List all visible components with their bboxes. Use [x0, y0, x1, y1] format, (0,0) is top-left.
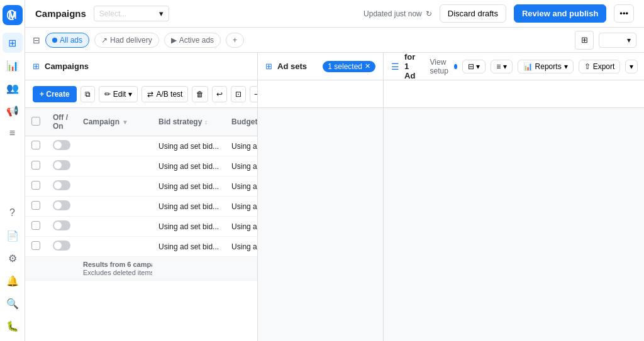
row-toggle[interactable]: [47, 136, 77, 156]
filter-bar: ⊟ All ads ↗ Had delivery ▶ Active ads + …: [25, 28, 644, 53]
budget-label: Budget: [231, 117, 257, 126]
ads-panel-icon: ☰: [391, 62, 399, 72]
review-publish-button[interactable]: Review and publish: [514, 4, 606, 23]
campaigns-panel-title: Campaigns: [45, 62, 89, 71]
row-checkbox[interactable]: [25, 176, 47, 197]
create-button[interactable]: + Create: [33, 86, 77, 102]
view-dropdown[interactable]: ▾: [599, 33, 636, 48]
active-ads-filter[interactable]: ▶ Active ads: [164, 33, 221, 48]
sidebar-icon-chart[interactable]: 📊: [3, 55, 23, 75]
row-toggle[interactable]: [47, 237, 77, 257]
badge-text: 1 selected: [328, 62, 362, 71]
chevron-down-icon-2: ▾: [627, 36, 631, 45]
edit-button[interactable]: ✏ Edit ▾: [99, 86, 138, 102]
summary-label: Results from 6 campaigns ℹ Excludes dele…: [77, 257, 152, 281]
sidebar-icon-layers[interactable]: ≡: [3, 123, 23, 143]
bid-strategy-header[interactable]: Bid strategy ↕: [152, 108, 225, 136]
row-bid-strategy: Using ad set bid...: [152, 136, 225, 156]
ab-icon: ⇄: [147, 90, 153, 99]
edit-icon: ✏: [104, 90, 111, 99]
checkbox-header[interactable]: [25, 108, 47, 136]
sidebar-icon-search[interactable]: 🔍: [3, 293, 23, 313]
campaigns-table-container[interactable]: Off /On Campaign ▼ Bid strategy: [25, 108, 257, 341]
sidebar-icon-bell[interactable]: 🔔: [3, 271, 23, 291]
move-button[interactable]: ⇥: [250, 86, 258, 102]
ads-table-container[interactable]: [384, 108, 644, 341]
had-delivery-icon: ↗: [101, 36, 108, 45]
table-row[interactable]: Using ad set bid... Using ad set bu... 7…: [25, 237, 257, 257]
sidebar-icon-file[interactable]: 📄: [3, 225, 23, 246]
table-row[interactable]: Using ad set bid... Using ad set bu... 7…: [25, 197, 257, 217]
all-ads-filter[interactable]: All ads: [45, 33, 89, 48]
campaigns-panel: ⊞ Campaigns + Create ⧉ ✏ Edit ▾ ⇄ A/B te…: [25, 53, 258, 341]
content-area: ⊞ Campaigns + Create ⧉ ✏ Edit ▾ ⇄ A/B te…: [25, 53, 644, 341]
export-more-button[interactable]: ▾: [625, 60, 638, 73]
update-status: Updated just now ↻: [364, 9, 432, 18]
row-budget: Using ad set bu...: [225, 237, 257, 257]
edit-label: Edit: [113, 90, 126, 99]
ab-test-button[interactable]: ⇄ A/B test: [142, 86, 188, 102]
adsets-panel: ⊞ Ad sets 1 selected ✕: [258, 53, 384, 341]
duplicate-button[interactable]: ⧉: [80, 86, 95, 102]
more-options-button[interactable]: •••: [614, 4, 634, 23]
sidebar-icon-grid[interactable]: ⊞: [3, 33, 23, 53]
row-checkbox[interactable]: [25, 217, 47, 237]
row-toggle[interactable]: [47, 176, 77, 197]
row-checkbox[interactable]: [25, 136, 47, 156]
column-settings-button[interactable]: ⊞: [575, 31, 594, 50]
campaign-col-label: Campaign: [83, 117, 119, 126]
sidebar-icon-question[interactable]: ?: [3, 203, 23, 223]
row-layout-button[interactable]: ≡ ▾: [491, 60, 512, 73]
bid-strategy-label: Bid strategy: [158, 117, 202, 126]
archive-button[interactable]: ⊡: [231, 86, 246, 102]
row-toggle[interactable]: [47, 156, 77, 176]
page-title: Campaigns: [35, 8, 86, 19]
export-button[interactable]: ⇧ Export: [579, 60, 621, 73]
sidebar-icon-megaphone[interactable]: 📢: [3, 100, 23, 121]
view-setup-control[interactable]: View setup: [430, 58, 457, 75]
row-checkbox[interactable]: [25, 197, 47, 217]
meta-logo[interactable]: M: [3, 5, 23, 25]
active-ads-icon: ▶: [171, 36, 177, 45]
summary-budget: [225, 257, 257, 281]
sidebar-icon-users[interactable]: 👥: [3, 78, 23, 98]
dropdown-label: Select...: [99, 9, 126, 18]
column-layout-button[interactable]: ⊟ ▾: [462, 60, 486, 73]
row-budget: Using ad set bu...: [225, 217, 257, 237]
delete-button[interactable]: 🗑: [192, 86, 208, 102]
table-row[interactable]: Using ad set bid... Using ad set bu... 7…: [25, 156, 257, 176]
table-row[interactable]: Using ad set bid... Using ad set bu... 7…: [25, 136, 257, 156]
chevron-down-icon: ▾: [159, 9, 164, 18]
sidebar-icon-gear[interactable]: ⚙: [3, 248, 23, 268]
add-filter-button[interactable]: +: [226, 33, 244, 48]
row-checkbox[interactable]: [25, 237, 47, 257]
undo-button[interactable]: ↩: [212, 86, 227, 102]
campaign-header[interactable]: Campaign ▼: [77, 108, 152, 136]
badge-close-button[interactable]: ✕: [365, 62, 370, 70]
svg-text:M: M: [8, 10, 16, 21]
budget-header[interactable]: Budget ↕: [225, 108, 257, 136]
table-row[interactable]: Using ad set bid... Using ad set bu... 7…: [25, 176, 257, 197]
filter-icon[interactable]: ⊟: [33, 35, 40, 45]
row-checkbox[interactable]: [25, 156, 47, 176]
bid-sort-icon: ↕: [204, 119, 208, 126]
campaigns-panel-header: ⊞ Campaigns: [25, 53, 257, 80]
adsets-table-container[interactable]: [258, 108, 383, 341]
plus-icon: +: [233, 36, 237, 45]
discard-drafts-button[interactable]: Discard drafts: [440, 4, 506, 23]
adsets-panel-icon: ⊞: [265, 62, 272, 71]
adsets-panel-header: ⊞ Ad sets 1 selected ✕: [258, 53, 383, 80]
had-delivery-filter[interactable]: ↗ Had delivery: [94, 33, 159, 48]
row-campaign: [77, 176, 152, 197]
row-toggle[interactable]: [47, 217, 77, 237]
table-row[interactable]: Using ad set bid... Using ad set bu... 7…: [25, 217, 257, 237]
adsets-badge: 1 selected ✕: [323, 61, 375, 72]
row-bid-strategy: Using ad set bid...: [152, 217, 225, 237]
view-setup-label: View setup: [430, 58, 451, 75]
row-toggle[interactable]: [47, 197, 77, 217]
campaign-dropdown[interactable]: Select... ▾: [94, 6, 169, 21]
refresh-icon[interactable]: ↻: [426, 9, 432, 18]
reports-button[interactable]: 📊 Reports ▾: [518, 60, 574, 73]
row-budget: Using ad set bu...: [225, 156, 257, 176]
sidebar-icon-bug[interactable]: 🐛: [3, 316, 23, 336]
